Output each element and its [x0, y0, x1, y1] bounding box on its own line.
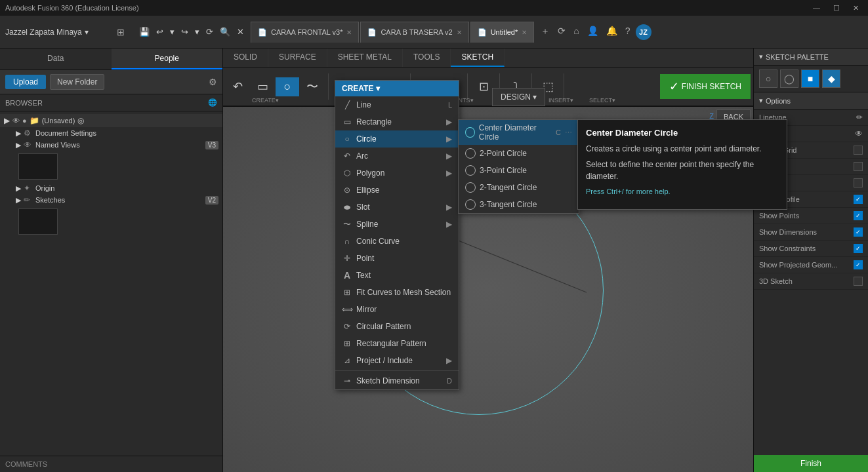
tool-rect[interactable]: ▭: [251, 77, 274, 96]
menu-arc[interactable]: ↶ Arc ▶: [335, 148, 459, 165]
showconstraints-check[interactable]: [854, 244, 863, 253]
lookat-icon[interactable]: 👁: [855, 129, 863, 138]
tab-cara-frontal[interactable]: 📄 CARAA FRONTAL v3* ✕: [251, 22, 359, 43]
design-button[interactable]: DESIGN ▾: [492, 88, 545, 106]
3dsketch-check[interactable]: [854, 277, 863, 286]
menu-ellipse[interactable]: ⊙ Ellipse: [335, 182, 459, 199]
refresh-icon[interactable]: ⟳: [203, 26, 216, 38]
add-tab-btn[interactable]: ＋: [538, 24, 552, 40]
submenu-3tangent[interactable]: 3-Tangent Circle: [459, 196, 579, 213]
mode-tab-tools[interactable]: TOOLS: [403, 49, 451, 67]
option-showdimensions[interactable]: Show Dimensions: [754, 224, 868, 241]
palette-ring-tool[interactable]: ◯: [780, 69, 798, 88]
showpoints-check[interactable]: [854, 211, 863, 220]
sketchgrid-check[interactable]: [854, 146, 863, 155]
tab-refresh-icon[interactable]: ⟳: [555, 24, 568, 40]
panel-tab-people[interactable]: People: [112, 49, 223, 69]
save-icon[interactable]: 💾: [136, 26, 152, 38]
palette-circle-tool[interactable]: ○: [759, 69, 777, 88]
tree-item-origin[interactable]: ▶ ✦ Origin: [0, 182, 222, 194]
tool-spline[interactable]: 〜: [300, 76, 324, 97]
option-showconstraints[interactable]: Show Constraints: [754, 241, 868, 257]
tree-item-namedviews[interactable]: ▶ 👁 Named Views V3: [0, 139, 222, 151]
minimize-btn[interactable]: —: [809, 4, 824, 12]
tree-expand-3[interactable]: ▶: [16, 141, 21, 149]
settings-icon[interactable]: ⚙: [209, 77, 217, 87]
slice-check[interactable]: [854, 178, 863, 187]
mode-tab-surface[interactable]: SURFACE: [268, 49, 327, 67]
submenu-2tangent[interactable]: 2-Tangent Circle: [459, 179, 579, 196]
tab-close-2[interactable]: ✕: [522, 29, 527, 36]
tab-help-icon[interactable]: ?: [623, 24, 633, 40]
finish-sketch-btn[interactable]: ✓ FINISH SKETCH: [660, 74, 751, 99]
tree-item-unsaved[interactable]: ▶ 👁 ● 📁 (Unsaved) ◎: [0, 114, 222, 127]
tree-target-icon[interactable]: ◎: [77, 116, 84, 125]
option-showpoints[interactable]: Show Points: [754, 208, 868, 224]
menu-line[interactable]: ╱ Line L: [335, 96, 459, 113]
menu-mirror[interactable]: ⟺ Mirror: [335, 301, 459, 318]
redo-icon[interactable]: ↪: [178, 26, 191, 38]
options-arrow-icon[interactable]: ▾: [759, 96, 763, 105]
showprojected-check[interactable]: [854, 260, 863, 269]
menu-slot[interactable]: ⬬ Slot ▶: [335, 199, 459, 216]
tree-expand-icon[interactable]: ▶: [4, 116, 10, 125]
tree-eye-icon[interactable]: 👁: [12, 117, 20, 125]
user-dropdown-icon[interactable]: ▾: [85, 28, 89, 37]
undo-icon[interactable]: ↩: [154, 26, 166, 38]
tree-item-docsettings[interactable]: ▶ ⚙ Document Settings: [0, 127, 222, 139]
menu-rectangle[interactable]: ▭ Rectangle ▶: [335, 113, 459, 130]
menu-project[interactable]: ⊿ Project / Include ▶: [335, 352, 459, 369]
tab-close-1[interactable]: ✕: [457, 29, 462, 36]
maximize-btn[interactable]: ☐: [829, 4, 844, 12]
menu-point[interactable]: ✛ Point: [335, 250, 459, 267]
menu-spline[interactable]: 〜 Spline ▶: [335, 216, 459, 233]
menu-fitcurves[interactable]: ⊞ Fit Curves to Mesh Section: [335, 284, 459, 301]
panel-tab-data[interactable]: Data: [0, 49, 112, 69]
finish-sketch-side[interactable]: Finish: [754, 455, 868, 472]
palette-fill-tool[interactable]: ■: [801, 69, 819, 88]
tab-untitled[interactable]: 📄 Untitled* ✕: [470, 22, 535, 43]
avatar[interactable]: JZ: [636, 24, 651, 40]
palette-arrow-icon[interactable]: ▾: [759, 52, 763, 61]
tool-arc[interactable]: ↶: [226, 77, 249, 96]
grid-icon[interactable]: ⊞: [114, 26, 127, 39]
submenu-2point[interactable]: 2-Point Circle: [459, 145, 579, 162]
tree-expand-2[interactable]: ▶: [16, 129, 21, 138]
window-controls[interactable]: — ☐ ✕: [809, 4, 863, 12]
tree-expand-5[interactable]: ▶: [16, 196, 21, 205]
tab-cara-trasera[interactable]: 📄 CARA B TRASERA v2 ✕: [360, 22, 468, 43]
new-folder-button[interactable]: New Folder: [50, 74, 104, 90]
mode-tab-sheetmetal[interactable]: SHEET METAL: [327, 49, 403, 67]
menu-rectangular-pattern[interactable]: ⊞ Rectangular Pattern: [335, 335, 459, 352]
menu-polygon[interactable]: ⬡ Polygon ▶: [335, 165, 459, 182]
option-showprojected[interactable]: Show Projected Geom...: [754, 257, 868, 273]
upload-button[interactable]: Upload: [5, 75, 46, 89]
search-icon[interactable]: 🔍: [217, 26, 233, 38]
showdimensions-check[interactable]: [854, 227, 863, 237]
mode-tab-sketch[interactable]: SKETCH: [451, 49, 505, 67]
undo-dropdown-icon[interactable]: ▾: [167, 26, 177, 38]
close-btn[interactable]: ✕: [849, 4, 863, 12]
snap-check[interactable]: [854, 162, 863, 171]
tab-home-icon[interactable]: ⌂: [571, 24, 581, 40]
menu-text[interactable]: A Text: [335, 267, 459, 284]
create-dropdown-icon[interactable]: ▾: [376, 84, 380, 93]
showprofile-check[interactable]: [854, 195, 863, 204]
tree-expand-4[interactable]: ▶: [16, 184, 21, 193]
close-toolbar-icon[interactable]: ✕: [234, 26, 247, 38]
tab-bell-icon[interactable]: 🔔: [604, 24, 620, 40]
menu-dimension[interactable]: ⊸ Sketch Dimension D: [335, 372, 459, 389]
mode-tab-solid[interactable]: SOLID: [223, 49, 268, 67]
submenu-3point[interactable]: 3-Point Circle: [459, 162, 579, 179]
menu-circular[interactable]: ⟳ Circular Pattern: [335, 318, 459, 335]
tab-close-0[interactable]: ✕: [346, 29, 352, 36]
menu-conic[interactable]: ∩ Conic Curve: [335, 233, 459, 250]
tree-item-sketches[interactable]: ▶ ✏ Sketches V2: [0, 194, 222, 206]
tool-circle[interactable]: ○: [276, 77, 299, 96]
tab-account-icon[interactable]: 👤: [585, 24, 601, 40]
menu-circle[interactable]: ○ Circle ▶: [335, 130, 459, 148]
user-area[interactable]: Jazzel Zapata Minaya ▾: [5, 28, 110, 37]
option-3dsketch[interactable]: 3D Sketch: [754, 273, 868, 290]
submenu-center-diameter[interactable]: Center Diameter Circle C ⋯: [459, 120, 579, 145]
redo-dropdown-icon[interactable]: ▾: [192, 26, 202, 38]
